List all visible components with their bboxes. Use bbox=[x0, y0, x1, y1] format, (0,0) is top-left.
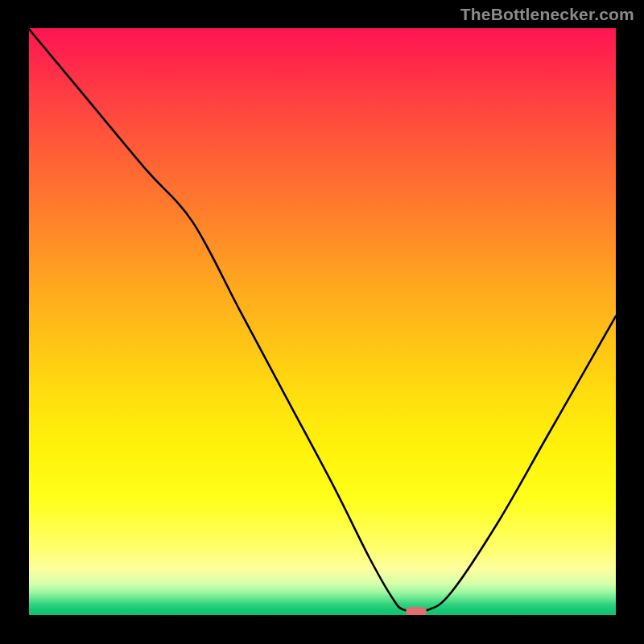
bottleneck-curve bbox=[28, 28, 616, 616]
curve-path bbox=[28, 28, 616, 612]
plot-area bbox=[28, 28, 616, 616]
chart-container: TheBottlenecker.com bbox=[0, 0, 644, 644]
watermark-text: TheBottlenecker.com bbox=[460, 5, 634, 24]
y-axis-line bbox=[27, 27, 29, 617]
x-axis-line bbox=[27, 615, 617, 617]
